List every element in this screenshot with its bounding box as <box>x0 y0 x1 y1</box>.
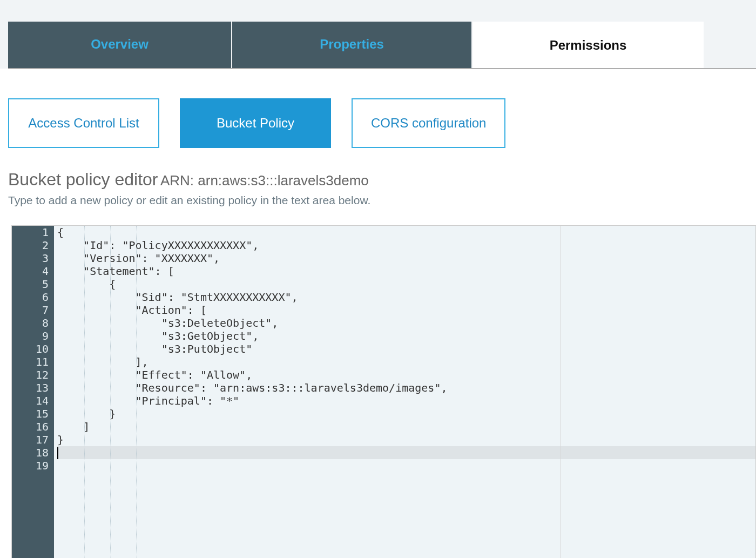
code-line[interactable]: "Statement": [ <box>57 265 755 278</box>
line-number: 13 <box>14 381 49 394</box>
line-number: 10 <box>14 342 49 355</box>
code-line[interactable]: { <box>57 278 755 291</box>
line-number: 4 <box>14 265 49 278</box>
tab-overview[interactable]: Overview <box>8 22 232 68</box>
line-number: 15 <box>14 407 49 420</box>
line-number: 19 <box>14 459 49 472</box>
permissions-panel: Access Control List Bucket Policy CORS c… <box>0 69 756 558</box>
code-line[interactable]: "s3:DeleteObject", <box>57 317 755 330</box>
code-line[interactable]: "Id": "PolicyXXXXXXXXXXXX", <box>57 239 755 252</box>
line-number: 18 <box>14 446 49 459</box>
code-line[interactable]: } <box>57 433 755 446</box>
code-line[interactable]: "Principal": "*" <box>57 394 755 407</box>
permissions-subtabs: Access Control List Bucket Policy CORS c… <box>8 98 756 148</box>
line-number: 11 <box>14 355 49 368</box>
subtab-acl[interactable]: Access Control List <box>8 98 159 148</box>
line-number: 12 <box>14 368 49 381</box>
editor-header: Bucket policy editor ARN: arn:aws:s3:::l… <box>8 170 756 207</box>
line-number-gutter: 12345678910111213141516171819 <box>12 226 54 558</box>
line-number: 14 <box>14 394 49 407</box>
tab-permissions[interactable]: Permissions <box>473 22 704 68</box>
code-line[interactable]: } <box>57 407 755 420</box>
main-tabs: Overview Properties Permissions <box>8 22 756 69</box>
line-number: 16 <box>14 420 49 433</box>
code-line[interactable]: "s3:GetObject", <box>57 330 755 342</box>
code-line[interactable]: "Sid": "StmtXXXXXXXXXXX", <box>57 291 755 304</box>
code-line[interactable]: "s3:PutObject" <box>57 342 755 355</box>
line-number: 17 <box>14 433 49 446</box>
code-line[interactable]: "Effect": "Allow", <box>57 368 755 381</box>
tab-properties[interactable]: Properties <box>232 22 473 68</box>
bucket-policy-editor[interactable]: 12345678910111213141516171819 { "Id": "P… <box>11 225 756 558</box>
indent-guide <box>84 226 85 558</box>
code-line[interactable]: "Version": "XXXXXXX", <box>57 252 755 265</box>
editor-description: Type to add a new policy or edit an exis… <box>8 194 756 207</box>
code-line[interactable]: ], <box>57 355 755 368</box>
code-line[interactable] <box>57 446 755 459</box>
line-number: 1 <box>14 226 49 239</box>
code-line[interactable] <box>57 459 755 472</box>
indent-guide <box>136 226 137 558</box>
code-line[interactable]: ] <box>57 420 755 433</box>
line-number: 5 <box>14 278 49 291</box>
subtab-cors[interactable]: CORS configuration <box>352 98 505 148</box>
code-textarea[interactable]: { "Id": "PolicyXXXXXXXXXXXX", "Version":… <box>54 226 755 558</box>
editor-arn-value: arn:aws:s3:::laravels3demo <box>198 172 368 189</box>
subtab-bucket-policy[interactable]: Bucket Policy <box>180 98 331 148</box>
code-line[interactable]: "Resource": "arn:aws:s3:::laravels3demo/… <box>57 381 755 394</box>
code-line[interactable]: { <box>57 226 755 239</box>
line-number: 2 <box>14 239 49 252</box>
code-line[interactable]: "Action": [ <box>57 304 755 317</box>
editor-title: Bucket policy editor <box>8 170 158 189</box>
print-margin <box>561 226 561 558</box>
indent-guide <box>110 226 111 558</box>
editor-arn-label: ARN: <box>160 172 198 189</box>
text-cursor <box>57 447 58 459</box>
line-number: 6 <box>14 291 49 304</box>
line-number: 9 <box>14 330 49 342</box>
line-number: 7 <box>14 304 49 317</box>
line-number: 8 <box>14 317 49 330</box>
line-number: 3 <box>14 252 49 265</box>
